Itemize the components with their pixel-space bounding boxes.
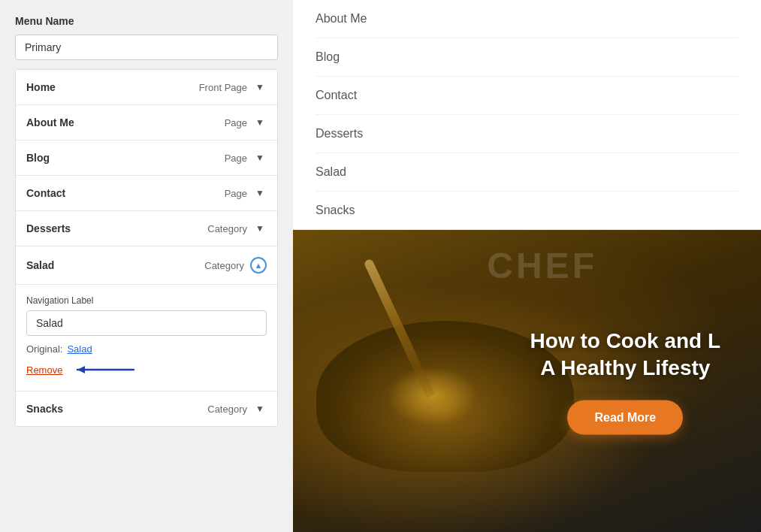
menu-item-type-desserts: Category — [207, 223, 247, 234]
hero-title-line2: A Healthy Lifesty — [540, 356, 710, 379]
hero-section: CHEF How to Cook and L A Healthy Lifesty… — [293, 230, 761, 532]
menu-item-home[interactable]: Home Front Page ▼ — [16, 70, 277, 105]
chevron-down-icon-about: ▼ — [253, 116, 267, 129]
menu-item-right-desserts: Category ▼ — [207, 222, 267, 235]
hero-title-line1: How to Cook and L — [530, 329, 721, 352]
menu-name-input[interactable] — [15, 35, 278, 60]
menu-item-salad-body: Navigation Label Original: Salad Remove — [16, 285, 277, 391]
menu-item-label-salad: Salad — [26, 259, 54, 271]
menu-item-right-blog: Page ▼ — [225, 151, 267, 165]
menu-item-type-home: Front Page — [199, 82, 247, 93]
nav-item-salad[interactable]: Salad — [316, 153, 738, 192]
chevron-down-icon-contact: ▼ — [253, 186, 267, 200]
menu-item-type-about: Page — [225, 117, 247, 128]
menu-item-label-snacks: Snacks — [26, 403, 63, 415]
arrow-indicator — [70, 362, 137, 377]
hero-text: How to Cook and L A Healthy Lifesty Read… — [490, 313, 761, 450]
menu-item-right-about: Page ▼ — [225, 116, 267, 129]
menu-item-type-blog: Page — [225, 153, 247, 164]
chevron-down-icon-desserts: ▼ — [253, 222, 267, 235]
menu-item-about-me[interactable]: About Me Page ▼ — [16, 105, 277, 141]
menu-item-salad-expanded: Salad Category ▲ Navigation Label Origin… — [16, 246, 277, 391]
menu-item-label-home: Home — [26, 81, 56, 93]
right-panel: About Me Blog Contact Desserts Salad Sna… — [293, 0, 761, 532]
remove-row: Remove — [26, 362, 267, 377]
nav-item-snacks[interactable]: Snacks — [316, 192, 738, 229]
menu-item-label-blog: Blog — [26, 152, 50, 164]
menu-item-snacks[interactable]: Snacks Category ▼ — [16, 391, 277, 426]
menu-item-label-about: About Me — [26, 116, 74, 128]
menu-item-right-home: Front Page ▼ — [199, 80, 267, 94]
nav-item-blog[interactable]: Blog — [316, 38, 738, 77]
menu-item-type-contact: Page — [225, 188, 247, 199]
nav-item-contact[interactable]: Contact — [316, 77, 738, 115]
original-row: Original: Salad — [26, 343, 267, 355]
remove-link[interactable]: Remove — [26, 364, 62, 376]
nav-item-about-me[interactable]: About Me — [316, 0, 738, 38]
chevron-down-icon-blog: ▼ — [253, 151, 267, 165]
menu-item-right-contact: Page ▼ — [225, 186, 267, 200]
chevron-up-circle-icon[interactable]: ▲ — [250, 257, 267, 274]
menu-item-label-contact: Contact — [26, 187, 65, 199]
menu-item-label-desserts: Desserts — [26, 222, 71, 234]
menu-item-blog[interactable]: Blog Page ▼ — [16, 141, 277, 176]
nav-label-text: Navigation Label — [26, 295, 267, 306]
menu-item-type-salad: Category — [204, 260, 244, 271]
menu-items-list: Home Front Page ▼ About Me Page ▼ Blog P… — [15, 69, 278, 427]
chevron-down-icon-snacks: ▼ — [253, 402, 267, 416]
original-link[interactable]: Salad — [67, 343, 92, 355]
nav-preview: About Me Blog Contact Desserts Salad Sna… — [293, 0, 761, 230]
svg-marker-1 — [77, 366, 85, 373]
gold-shimmer — [387, 366, 477, 426]
menu-item-desserts[interactable]: Desserts Category ▼ — [16, 211, 277, 246]
menu-name-label: Menu Name — [15, 15, 278, 27]
menu-item-contact[interactable]: Contact Page ▼ — [16, 176, 277, 211]
menu-item-type-snacks: Category — [207, 404, 247, 415]
chef-watermark: CHEF — [487, 245, 597, 286]
nav-item-desserts[interactable]: Desserts — [316, 115, 738, 153]
hero-title: How to Cook and L A Healthy Lifesty — [505, 328, 746, 382]
read-more-button[interactable]: Read More — [567, 400, 683, 434]
left-panel: Menu Name Home Front Page ▼ About Me Pag… — [0, 0, 293, 532]
nav-label-input[interactable] — [26, 310, 267, 336]
menu-item-salad-header[interactable]: Salad Category ▲ — [16, 246, 277, 285]
menu-item-right-salad: Category ▲ — [204, 257, 267, 274]
chevron-down-icon-home: ▼ — [253, 80, 267, 94]
menu-item-right-snacks: Category ▼ — [207, 402, 267, 416]
original-label: Original: — [26, 343, 62, 355]
